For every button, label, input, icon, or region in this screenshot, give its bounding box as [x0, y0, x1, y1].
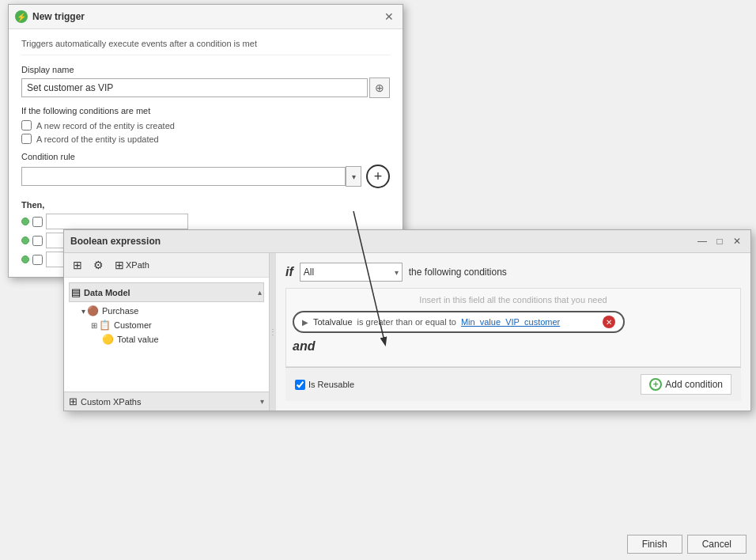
add-condition-icon: + [649, 378, 662, 391]
purchase-label: Purchase [102, 306, 138, 316]
conditions-label: If the following conditions are met [21, 106, 390, 115]
tree-item-total-value[interactable]: 🟡 Total value [69, 332, 264, 346]
total-value-label: Total value [117, 335, 159, 344]
then-circle-3 [21, 255, 29, 263]
bool-toolbar: ⊞ ⚙ ⊞ XPath [64, 253, 269, 278]
bool-title: Boolean expression [70, 236, 695, 247]
xpath-label: XPath [126, 260, 149, 270]
boolean-expression-dialog: Boolean expression — □ ✕ ⊞ ⚙ ⊞ XPath [63, 229, 751, 411]
is-reusable-label: Is Reusable [308, 380, 354, 389]
display-name-extra-btn[interactable]: ⊕ [369, 78, 390, 98]
data-model-arrow: ▴ [258, 288, 262, 297]
add-condition-label: Add condition [665, 379, 723, 390]
custom-xpath-icon: ⊞ [69, 395, 77, 407]
then-row-check-1[interactable] [32, 217, 43, 227]
checkbox-new-record[interactable] [21, 120, 32, 131]
bool-left-panel: ⊞ ⚙ ⊞ XPath ▤ Data Model ▴ ▾ 🟤 [64, 253, 270, 411]
bool-minimize-btn[interactable]: — [695, 234, 709, 248]
trigger-titlebar: ⚡ New trigger ✕ [9, 5, 403, 29]
bool-maximize-btn[interactable]: □ [713, 234, 727, 248]
trigger-title-icon: ⚡ [15, 10, 28, 23]
purchase-expand-icon: ▾ [81, 307, 85, 316]
bool-toolbar-grid-btn[interactable]: ⊞ [69, 256, 86, 274]
customer-icon: 📋 [99, 320, 111, 331]
then-row-1 [21, 214, 390, 229]
and-label: and [293, 339, 734, 354]
bool-titlebar-buttons: — □ ✕ [695, 234, 744, 248]
if-dropdown[interactable]: All ▾ [300, 263, 403, 282]
if-dropdown-arrow: ▾ [395, 268, 399, 277]
customer-expand-icon: ⊞ [91, 321, 97, 330]
trigger-close-button[interactable]: ✕ [382, 9, 396, 24]
then-row-input-1[interactable] [46, 214, 188, 229]
gear-icon: ⚙ [93, 259, 104, 271]
if-dropdown-value: All [304, 267, 395, 278]
dialog-footer: Finish Cancel [627, 535, 747, 554]
checkbox-new-record-label: A new record of the entity is created [36, 121, 175, 131]
then-row-check-2[interactable] [32, 236, 43, 246]
pill-field: Totalvalue [313, 317, 353, 327]
bool-bottom-row: Is Reusable + Add condition [285, 367, 741, 401]
pill-play-icon: ▶ [302, 318, 308, 327]
bool-titlebar: Boolean expression — □ ✕ [64, 230, 750, 253]
pill-value[interactable]: Min_value_VIP_customer [461, 317, 560, 327]
condition-area: Insert in this field all the conditions … [285, 288, 741, 367]
if-label: if [285, 265, 293, 279]
is-reusable-check: Is Reusable [295, 380, 354, 390]
then-circle-1 [21, 218, 29, 225]
add-condition-button[interactable]: + Add condition [641, 374, 731, 395]
bool-tree: ▤ Data Model ▴ ▾ 🟤 Purchase ⊞ 📋 Customer… [64, 278, 269, 392]
data-model-section-header[interactable]: ▤ Data Model ▴ [69, 282, 264, 302]
total-value-icon: 🟡 [102, 334, 114, 345]
bool-content: ⊞ ⚙ ⊞ XPath ▤ Data Model ▴ ▾ 🟤 [64, 253, 750, 411]
condition-pill: ▶ Totalvalue is greater than or equal to… [293, 311, 625, 333]
display-name-row: ⊕ [21, 78, 390, 98]
pill-close-btn[interactable]: ✕ [603, 316, 615, 328]
bool-toolbar-gear-btn[interactable]: ⚙ [89, 256, 108, 274]
finish-button[interactable]: Finish [627, 535, 682, 554]
bool-toolbar-xpath-btn[interactable]: ⊞ XPath [111, 256, 153, 274]
resize-handle[interactable]: ⋮ [270, 253, 276, 411]
tree-item-customer[interactable]: ⊞ 📋 Customer [69, 318, 264, 332]
xpath-icon: ⊞ [115, 259, 124, 271]
conditions-section: If the following conditions are met A ne… [21, 106, 390, 144]
display-name-input[interactable] [21, 78, 368, 97]
cancel-button[interactable]: Cancel [687, 535, 747, 554]
condition-rule-dropdown[interactable]: ▾ [346, 166, 361, 187]
custom-xpaths-section[interactable]: ⊞ Custom XPaths ▾ [64, 392, 269, 411]
data-model-label: Data Model [84, 288, 258, 297]
is-reusable-checkbox[interactable] [295, 380, 305, 390]
then-label: Then, [21, 200, 44, 210]
trigger-subtitle: Triggers automatically execute events af… [21, 39, 390, 55]
following-conditions-text: the following conditions [409, 267, 507, 278]
condition-hint: Insert in this field all the conditions … [293, 295, 734, 305]
checkbox-row-update: A record of the entity is updated [21, 134, 390, 144]
then-row-check-3[interactable] [32, 255, 43, 265]
add-condition-circle-btn[interactable]: + [366, 165, 390, 188]
checkbox-row-create: A new record of the entity is created [21, 120, 390, 131]
condition-rule-row: ▾ + [21, 165, 390, 188]
tree-item-purchase[interactable]: ▾ 🟤 Purchase [69, 304, 264, 318]
checkbox-updated-record-label: A record of the entity is updated [36, 134, 159, 144]
trigger-title: New trigger [32, 11, 382, 22]
data-model-icon: ▤ [71, 286, 81, 298]
condition-rule-label: Condition rule [21, 152, 390, 161]
custom-xpath-label: Custom XPaths [81, 397, 260, 407]
then-circle-2 [21, 236, 29, 244]
bool-close-btn[interactable]: ✕ [730, 234, 744, 248]
grid-icon: ⊞ [73, 259, 82, 271]
custom-xpath-arrow: ▾ [260, 397, 264, 406]
condition-rule-input[interactable] [21, 167, 346, 186]
customer-label: Customer [114, 320, 152, 330]
pill-operator: is greater than or equal to [357, 317, 456, 327]
display-name-label: Display name [21, 65, 390, 74]
checkbox-updated-record[interactable] [21, 134, 32, 144]
bool-right-panel: if All ▾ the following conditions Insert… [276, 253, 750, 411]
if-row: if All ▾ the following conditions [285, 263, 741, 282]
condition-rule-section: Condition rule ▾ + [21, 152, 390, 188]
purchase-icon: 🟤 [87, 305, 99, 316]
